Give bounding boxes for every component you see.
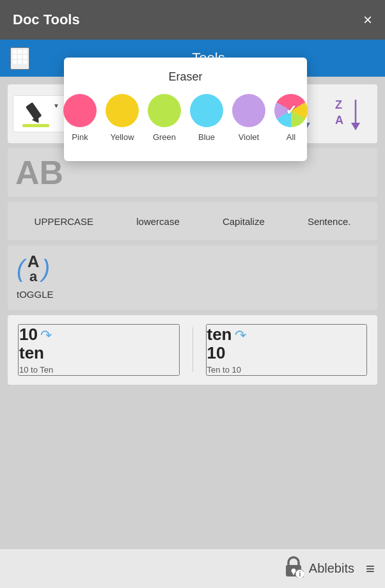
close-button[interactable]: × bbox=[363, 12, 372, 27]
num1-top: 10 bbox=[19, 325, 38, 344]
highlight-dropdown-arrow: ▼ bbox=[53, 102, 59, 109]
green-circle[interactable] bbox=[148, 94, 181, 127]
uppercase-button[interactable]: UPPERCASE bbox=[31, 213, 98, 229]
color-item-blue[interactable]: Blue bbox=[190, 94, 223, 142]
yellow-label: Yellow bbox=[110, 132, 134, 142]
svg-rect-6 bbox=[13, 60, 17, 64]
svg-text:Z: Z bbox=[335, 98, 342, 111]
svg-rect-7 bbox=[18, 60, 22, 64]
svg-rect-2 bbox=[23, 50, 27, 54]
toggle-paren-left: ( bbox=[17, 255, 25, 282]
case-row: UPPERCASE lowercase Capitalize Sentence. bbox=[8, 202, 377, 240]
sort-za-button[interactable]: Z A bbox=[327, 89, 372, 138]
toggle-button[interactable]: tOGGLE bbox=[17, 286, 58, 302]
green-label: Green bbox=[153, 132, 176, 142]
ablebits-logo[interactable]: i Ablebits bbox=[283, 555, 354, 582]
blue-circle[interactable] bbox=[190, 94, 223, 127]
capitalize-button[interactable]: Capitalize bbox=[219, 213, 269, 229]
svg-text:A: A bbox=[335, 114, 343, 127]
menu-button[interactable]: ≡ bbox=[366, 560, 375, 578]
color-item-all[interactable]: ✓ All bbox=[274, 94, 308, 142]
ab-text: AB bbox=[15, 153, 63, 192]
color-item-violet[interactable]: Violet bbox=[232, 94, 265, 142]
toggle-aa-block: A a bbox=[28, 253, 40, 284]
pink-label: Pink bbox=[72, 132, 88, 142]
all-checkmark: ✓ bbox=[285, 102, 297, 119]
num1-label: 10 to Ten bbox=[19, 365, 53, 375]
sentence-button[interactable]: Sentence. bbox=[304, 213, 355, 229]
svg-rect-0 bbox=[13, 50, 17, 54]
title-bar: Doc Tools × bbox=[0, 0, 385, 40]
app-title: Doc Tools bbox=[13, 12, 80, 28]
num1-arrow: ↷ bbox=[40, 327, 52, 344]
svg-rect-11 bbox=[22, 124, 49, 127]
num-top-row: 10 ↷ bbox=[19, 325, 52, 344]
eraser-dropdown: Eraser Pink Yellow Green Blue Violet ✓ A… bbox=[64, 58, 307, 161]
num2-label: Ten to 10 bbox=[207, 365, 242, 375]
color-item-yellow[interactable]: Yellow bbox=[106, 94, 139, 142]
svg-rect-1 bbox=[18, 50, 22, 54]
svg-rect-8 bbox=[23, 60, 27, 64]
color-item-pink[interactable]: Pink bbox=[63, 94, 97, 142]
all-label: All bbox=[287, 132, 295, 142]
num2-top-row: ten ↷ bbox=[207, 325, 246, 344]
svg-rect-9 bbox=[26, 102, 42, 121]
num2-bottom: 10 bbox=[207, 344, 226, 362]
ablebits-text: Ablebits bbox=[309, 561, 354, 576]
eraser-dropdown-title: Eraser bbox=[77, 70, 294, 84]
pink-circle[interactable] bbox=[63, 94, 97, 127]
num1-bottom: ten bbox=[19, 344, 44, 362]
toggle-paren-right: ) bbox=[42, 255, 50, 282]
number-row: 10 ↷ ten 10 to Ten ten ↷ 10 Ten to 10 bbox=[8, 315, 377, 385]
svg-rect-4 bbox=[18, 55, 22, 59]
highlight-icon bbox=[20, 100, 52, 128]
ablebits-lock-icon: i bbox=[283, 555, 304, 582]
blue-label: Blue bbox=[198, 132, 215, 142]
footer: i Ablebits ≡ bbox=[0, 548, 385, 588]
number-to-words-button[interactable]: 10 ↷ ten 10 to Ten bbox=[18, 324, 180, 376]
highlight-button[interactable]: ▼ bbox=[13, 95, 67, 132]
color-item-green[interactable]: Green bbox=[148, 94, 181, 142]
toggle-icon-area: ( A a ) bbox=[17, 253, 50, 284]
num2-top: ten bbox=[207, 325, 232, 344]
grid-icon-button[interactable] bbox=[10, 47, 29, 70]
number-divider bbox=[192, 327, 193, 372]
num2-arrow: ↷ bbox=[235, 327, 246, 344]
violet-label: Violet bbox=[239, 132, 259, 142]
all-circle[interactable]: ✓ bbox=[274, 94, 308, 127]
words-to-number-button[interactable]: ten ↷ 10 Ten to 10 bbox=[206, 324, 368, 376]
violet-circle[interactable] bbox=[232, 94, 265, 127]
svg-marker-22 bbox=[351, 123, 360, 130]
yellow-circle[interactable] bbox=[106, 94, 139, 127]
svg-text:i: i bbox=[299, 571, 301, 578]
lowercase-button[interactable]: lowercase bbox=[132, 213, 184, 229]
toggle-row: ( A a ) tOGGLE bbox=[8, 245, 377, 310]
color-circles: Pink Yellow Green Blue Violet ✓ All bbox=[77, 94, 294, 142]
svg-rect-5 bbox=[23, 55, 27, 59]
svg-rect-3 bbox=[13, 55, 17, 59]
